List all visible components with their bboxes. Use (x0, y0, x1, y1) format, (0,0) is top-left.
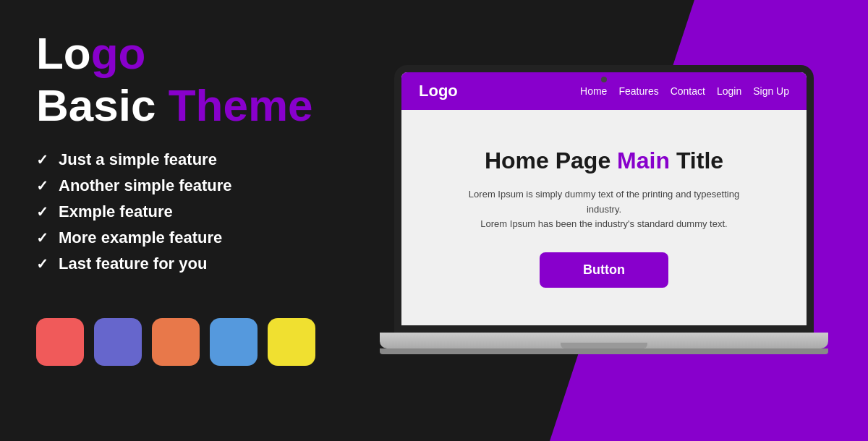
feature-text-1: Just a simple feature (59, 150, 217, 169)
theme-accent-text: Theme (169, 80, 313, 130)
hero-body-line2: Lorem Ipsum has been the industry's stan… (480, 218, 727, 229)
mock-logo: Logo (419, 82, 458, 100)
laptop-mockup: Logo Home Features Contact Login Sign Up… (394, 65, 828, 376)
mock-hero-body: Lorem Ipsum is simply dummy text of the … (452, 187, 756, 232)
feature-text-5: Last feature for you (59, 254, 207, 273)
laptop-screen-outer: Logo Home Features Contact Login Sign Up… (394, 65, 814, 333)
mock-navbar: Logo Home Features Contact Login Sign Up (401, 72, 807, 110)
nav-signup[interactable]: Sign Up (753, 85, 789, 97)
nav-features[interactable]: Features (618, 85, 658, 97)
mock-cta-button[interactable]: Button (540, 252, 668, 288)
laptop-stand (380, 348, 828, 354)
logo-heading: Logo (36, 29, 326, 78)
theme-heading: Basic Theme (36, 81, 326, 130)
nav-login[interactable]: Login (717, 85, 741, 97)
swatch-purple[interactable] (94, 318, 142, 366)
laptop-screen-inner: Logo Home Features Contact Login Sign Up… (401, 72, 807, 325)
hero-title-accent: Main (617, 147, 670, 174)
nav-home[interactable]: Home (580, 85, 607, 97)
check-icon-4: ✓ (36, 229, 48, 247)
check-icon-3: ✓ (36, 203, 48, 220)
hero-title-black1: Home Page (485, 147, 617, 174)
check-icon-5: ✓ (36, 255, 48, 273)
swatch-orange[interactable] (152, 318, 200, 366)
mock-hero: Home Page Main Title Lorem Ipsum is simp… (401, 110, 807, 325)
swatch-blue[interactable] (210, 318, 258, 366)
mock-nav-links: Home Features Contact Login Sign Up (580, 85, 789, 97)
feature-item-2: ✓ Another simple feature (36, 176, 326, 195)
check-icon-2: ✓ (36, 177, 48, 194)
logo-text-white: Lo (36, 28, 91, 78)
right-panel: Logo Home Features Contact Login Sign Up… (362, 0, 868, 441)
laptop-base (380, 333, 828, 348)
logo-text-accent: go (91, 28, 146, 78)
hero-body-line1: Lorem Ipsum is simply dummy text of the … (469, 189, 739, 215)
feature-text-4: More example feature (59, 228, 222, 247)
feature-item-5: ✓ Last feature for you (36, 254, 326, 273)
theme-basic-text: Basic (36, 80, 169, 130)
left-panel: Logo Basic Theme ✓ Just a simple feature… (0, 0, 362, 441)
nav-contact[interactable]: Contact (671, 85, 705, 97)
feature-item-1: ✓ Just a simple feature (36, 150, 326, 169)
feature-item-3: ✓ Exmple feature (36, 202, 326, 221)
feature-text-2: Another simple feature (59, 176, 232, 195)
color-swatches (36, 318, 326, 366)
feature-text-3: Exmple feature (59, 202, 173, 221)
features-list: ✓ Just a simple feature ✓ Another simple… (36, 150, 326, 281)
hero-title-black2: Title (670, 147, 723, 174)
swatch-yellow[interactable] (268, 318, 315, 366)
mock-hero-title: Home Page Main Title (485, 147, 723, 174)
feature-item-4: ✓ More example feature (36, 228, 326, 247)
swatch-red[interactable] (36, 318, 84, 366)
check-icon-1: ✓ (36, 151, 48, 168)
